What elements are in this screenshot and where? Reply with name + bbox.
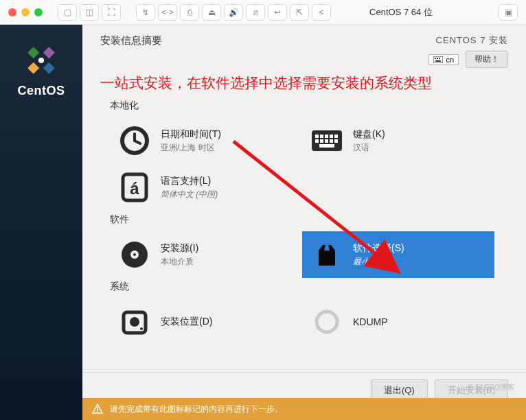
svg-rect-16 <box>325 135 328 138</box>
toolbar-button[interactable]: ⎙ <box>180 4 199 21</box>
spoke-title: 安装源(I) <box>161 242 198 255</box>
svg-point-33 <box>317 312 337 332</box>
toolbar-button[interactable]: 🔊 <box>224 4 243 21</box>
toolbar-button[interactable]: ⛶ <box>102 4 121 21</box>
spoke-software-selection[interactable]: 软件选择(S) 最小安装 <box>302 231 494 278</box>
toolbar-button[interactable]: ⇱ <box>290 4 309 21</box>
svg-rect-21 <box>325 139 328 143</box>
spoke-datetime[interactable]: 日期和时间(T) 亚洲/上海 时区 <box>110 117 302 164</box>
spoke-title: 语言支持(L) <box>161 175 218 187</box>
spoke-title: 日期和时间(T) <box>161 128 221 141</box>
svg-rect-24 <box>319 144 334 148</box>
clock-icon <box>118 124 151 157</box>
spoke-title: 安装位置(D) <box>161 316 212 328</box>
language-icon: á <box>118 171 151 204</box>
window-title: CentOS 7 64 位 <box>309 6 493 19</box>
svg-rect-35 <box>97 411 98 412</box>
svg-rect-34 <box>97 407 98 410</box>
toolbar-button[interactable]: ▢ <box>58 4 77 21</box>
spoke-install-destination[interactable]: 安装位置(D) <box>110 299 302 345</box>
spoke-sub: 简体中文 (中国) <box>161 189 218 200</box>
svg-point-4 <box>38 58 44 63</box>
hard-drive-icon <box>118 305 151 338</box>
svg-rect-6 <box>435 58 436 59</box>
svg-rect-15 <box>320 135 323 138</box>
traffic-lights <box>8 8 43 16</box>
disc-icon <box>118 238 151 271</box>
spoke-sub: 最小安装 <box>353 256 404 268</box>
spoke-title: 软件选择(S) <box>353 242 404 255</box>
svg-point-32 <box>140 327 143 330</box>
svg-rect-23 <box>334 139 338 143</box>
section-localization: 本地化 <box>110 100 514 112</box>
minimize-window-icon[interactable] <box>21 8 30 16</box>
sidebar: CentOS <box>0 25 82 420</box>
toolbar-button[interactable]: <·> <box>158 4 177 21</box>
svg-rect-14 <box>315 135 319 138</box>
spoke-keyboard[interactable]: 键盘(K) 汉语 <box>302 117 494 164</box>
warning-icon <box>92 404 103 415</box>
svg-rect-2 <box>27 47 39 58</box>
svg-point-31 <box>130 317 139 327</box>
svg-rect-8 <box>439 58 440 59</box>
help-button[interactable]: 帮助！ <box>466 51 508 68</box>
svg-line-12 <box>135 141 140 143</box>
watermark: © 51CTO博客 <box>468 382 515 393</box>
svg-rect-9 <box>435 60 441 62</box>
svg-point-29 <box>133 253 136 256</box>
toolbar-left-group: ▢ ◫ ⛶ <box>58 4 121 21</box>
mac-titlebar: ▢ ◫ ⛶ ↯ <·> ⎙ ⏏ 🔊 ⎚ ↩ ⇱ < CentOS 7 64 位 … <box>0 0 526 25</box>
keyboard-small-icon <box>433 56 443 63</box>
install-label: CENTOS 7 安装 <box>428 34 508 47</box>
content-area: 安装信息摘要 CENTOS 7 安装 cn 帮助！ 一站式安装，在软件选择中选择… <box>82 25 526 420</box>
page-title: 安装信息摘要 <box>100 34 162 47</box>
centos-logo-icon <box>25 44 58 77</box>
svg-rect-22 <box>330 139 333 143</box>
section-software: 软件 <box>110 213 514 226</box>
toolbar-button[interactable]: ↩ <box>268 4 287 21</box>
keyboard-layout-indicator[interactable]: cn <box>428 54 459 65</box>
zoom-window-icon[interactable] <box>34 8 43 16</box>
toolbar-button[interactable]: ⎚ <box>246 4 265 21</box>
close-window-icon[interactable] <box>8 8 16 16</box>
svg-rect-20 <box>320 139 323 143</box>
section-system: 系统 <box>110 281 514 293</box>
keyboard-icon <box>310 124 343 157</box>
spoke-sub: 本地介质 <box>161 256 198 268</box>
kdump-icon <box>310 305 343 338</box>
spoke-install-source[interactable]: 安装源(I) 本地介质 <box>110 231 302 278</box>
toolbar-button[interactable]: ◫ <box>80 4 99 21</box>
brand-label: CentOS <box>17 84 65 98</box>
spoke-language[interactable]: á 语言支持(L) 简体中文 (中国) <box>110 164 302 211</box>
toolbar-button[interactable]: ⏏ <box>202 4 221 21</box>
svg-rect-18 <box>334 135 338 138</box>
spoke-kdump[interactable]: KDUMP <box>302 299 494 345</box>
warning-bar[interactable]: 请先完成带有此图标标记的内容再进行下一步。 <box>82 398 526 420</box>
svg-rect-7 <box>437 58 438 59</box>
toolbar-right-button[interactable]: ▣ <box>499 4 518 21</box>
toolbar-mid-group: ↯ <·> ⎙ ⏏ 🔊 ⎚ ↩ ⇱ < <box>136 4 331 21</box>
toolbar-button[interactable]: ↯ <box>136 4 155 21</box>
svg-rect-3 <box>43 62 55 74</box>
svg-rect-17 <box>330 135 333 138</box>
spoke-sub: 汉语 <box>353 142 385 154</box>
layout-code: cn <box>446 56 454 64</box>
warning-text: 请先完成带有此图标标记的内容再进行下一步。 <box>110 404 283 415</box>
svg-rect-19 <box>315 139 319 143</box>
svg-rect-1 <box>27 62 39 74</box>
spoke-sub: 亚洲/上海 时区 <box>161 142 221 154</box>
spoke-title: 键盘(K) <box>353 128 385 141</box>
svg-rect-0 <box>43 47 55 58</box>
svg-rect-5 <box>433 56 443 63</box>
spoke-title: KDUMP <box>353 316 388 327</box>
annotation-text: 一站式安装，在软件选择中选择需要安装的系统类型 <box>82 68 526 97</box>
svg-text:á: á <box>130 179 139 198</box>
package-icon <box>310 238 343 271</box>
